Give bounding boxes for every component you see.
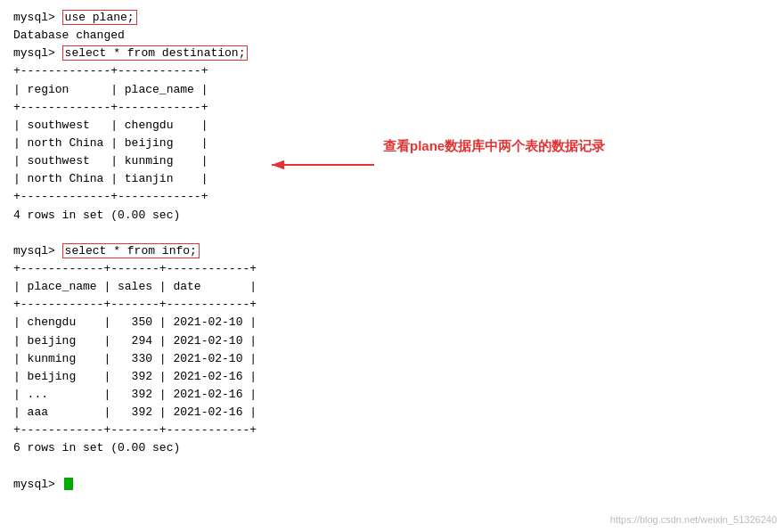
- terminal-line: +------------+-------+------------+: [13, 296, 771, 314]
- command-box: select * from destination;: [62, 45, 249, 61]
- terminal-line: mysql> select * from destination;: [13, 45, 771, 62]
- prompt: mysql>: [13, 11, 62, 24]
- command-box: use plane;: [62, 10, 137, 25]
- terminal-line: | beijing | 294 | 2021-02-10 |: [13, 332, 771, 350]
- terminal-container: mysql> use plane;Database changedmysql> …: [13, 9, 771, 494]
- prompt: mysql>: [13, 478, 62, 491]
- terminal-line: | north China | tianjin |: [13, 170, 771, 188]
- terminal-line: | place_name | sales | date |: [13, 278, 771, 296]
- command-box: select * from info;: [62, 243, 200, 258]
- terminal-line: | chengdu | 350 | 2021-02-10 |: [13, 314, 771, 331]
- terminal-line: Database changed: [13, 27, 771, 45]
- terminal-line: 4 rows in set (0.00 sec): [13, 207, 771, 225]
- annotation-text: 查看plane数据库中两个表的数据记录: [383, 138, 605, 155]
- terminal-line: [13, 225, 771, 242]
- terminal-line: +-------------+------------+: [13, 62, 771, 80]
- terminal-line: mysql> select * from info;: [13, 242, 771, 260]
- watermark: https://blog.csdn.net/weixin_51326240: [610, 514, 777, 525]
- terminal-line: | kunming | 330 | 2021-02-10 |: [13, 350, 771, 368]
- terminal-line: mysql> use plane;: [13, 9, 771, 27]
- terminal-line: | southwest | chengdu |: [13, 117, 771, 135]
- terminal-line: | southwest | kunming |: [13, 152, 771, 170]
- terminal-line: +------------+-------+------------+: [13, 260, 771, 278]
- terminal-line: | beijing | 392 | 2021-02-16 |: [13, 368, 771, 386]
- terminal-line: 6 rows in set (0.00 sec): [13, 439, 771, 457]
- terminal-line: +-------------+------------+: [13, 99, 771, 117]
- cursor: [64, 478, 73, 490]
- prompt: mysql>: [13, 244, 62, 258]
- terminal-line: mysql>: [13, 476, 771, 494]
- terminal-line: +-------------+------------+: [13, 188, 771, 206]
- prompt: mysql>: [13, 46, 62, 60]
- terminal-line: | ... | 392 | 2021-02-16 |: [13, 386, 771, 404]
- terminal-line: | aaa | 392 | 2021-02-16 |: [13, 404, 771, 422]
- terminal-line: [13, 458, 771, 476]
- terminal-line: +------------+-------+------------+: [13, 422, 771, 439]
- terminal-line: | region | place_name |: [13, 81, 771, 99]
